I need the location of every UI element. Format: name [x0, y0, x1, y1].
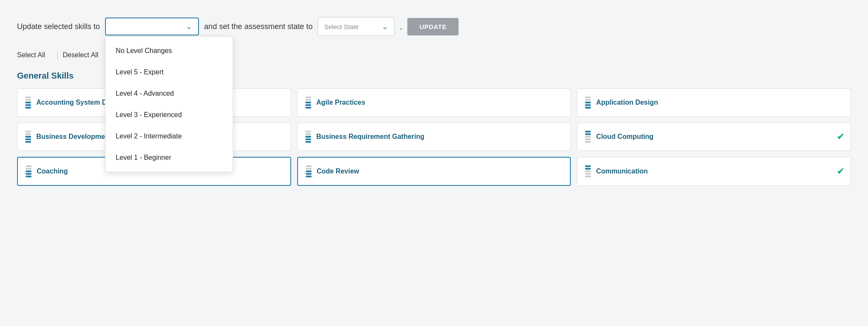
skill-name-communication: Communication — [596, 167, 648, 175]
skill-card-application[interactable]: Application Design — [577, 88, 851, 117]
skill-icon-agile — [305, 97, 311, 109]
skill-card-codereview[interactable]: Code Review — [297, 157, 571, 186]
dropdown-option-level5[interactable]: Level 5 - Expert — [105, 62, 233, 83]
toolbar-dot: . — [400, 22, 402, 31]
skill-icon-communication — [585, 165, 591, 177]
page-container: Update selected skills to ⌄ No Level Cha… — [0, 0, 868, 194]
communication-check-icon: ✔ — [837, 166, 845, 177]
skill-icon-codereview — [306, 165, 312, 177]
skill-icon-requirements — [305, 131, 311, 143]
skill-card-requirements[interactable]: Business Requirement Gathering — [297, 123, 571, 151]
skill-name-coaching: Coaching — [37, 167, 68, 175]
state-dropdown-placeholder: Select State — [324, 23, 359, 30]
skill-icon-coaching — [26, 165, 32, 177]
dropdown-option-level4[interactable]: Level 4 - Advanced — [105, 83, 233, 104]
dropdown-option-level2[interactable]: Level 2 - Intermediate — [105, 126, 233, 147]
deselect-all-button[interactable]: Deselect All — [63, 50, 105, 61]
skill-name-accounting: Accounting System De... — [36, 99, 117, 106]
skill-icon-business — [25, 131, 31, 143]
level-dropdown-button[interactable]: ⌄ — [105, 18, 199, 35]
skill-name-agile: Agile Practices — [316, 99, 365, 106]
toolbar: Update selected skills to ⌄ No Level Cha… — [17, 17, 851, 36]
state-dropdown-button[interactable]: Select State ⌄ — [318, 17, 395, 36]
dropdown-option-no-level[interactable]: No Level Changes — [105, 40, 233, 62]
level-chevron-icon: ⌄ — [186, 23, 192, 30]
skill-card-agile[interactable]: Agile Practices — [297, 88, 571, 117]
state-chevron-icon: ⌄ — [382, 22, 388, 31]
cloud-check-icon: ✔ — [837, 131, 845, 142]
update-button[interactable]: UPDATE — [407, 18, 459, 35]
level-dropdown-menu: No Level Changes Level 5 - Expert Level … — [105, 36, 233, 172]
skill-name-requirements: Business Requirement Gathering — [316, 133, 424, 141]
state-dropdown-wrapper: Select State ⌄ — [318, 17, 395, 36]
skill-name-codereview: Code Review — [317, 167, 359, 175]
skill-card-communication[interactable]: Communication ✔ — [577, 157, 851, 186]
select-all-button[interactable]: Select All — [17, 50, 52, 61]
skill-icon-accounting — [25, 97, 31, 109]
skill-name-business: Business Development — [36, 133, 111, 141]
select-divider — [57, 51, 58, 59]
update-skills-label: Update selected skills to — [17, 22, 100, 31]
level-dropdown-wrapper: ⌄ No Level Changes Level 5 - Expert Leve… — [105, 18, 199, 35]
skill-name-application: Application Design — [596, 99, 658, 106]
dropdown-option-level1[interactable]: Level 1 - Beginner — [105, 147, 233, 168]
skill-card-cloud[interactable]: Cloud Computing ✔ — [577, 123, 851, 151]
skill-name-cloud: Cloud Computing — [596, 133, 653, 141]
skill-icon-application — [585, 97, 591, 109]
assessment-state-label: and set the assessment state to — [204, 22, 313, 31]
dropdown-option-level3[interactable]: Level 3 - Experienced — [105, 104, 233, 126]
skill-icon-cloud — [585, 131, 591, 143]
